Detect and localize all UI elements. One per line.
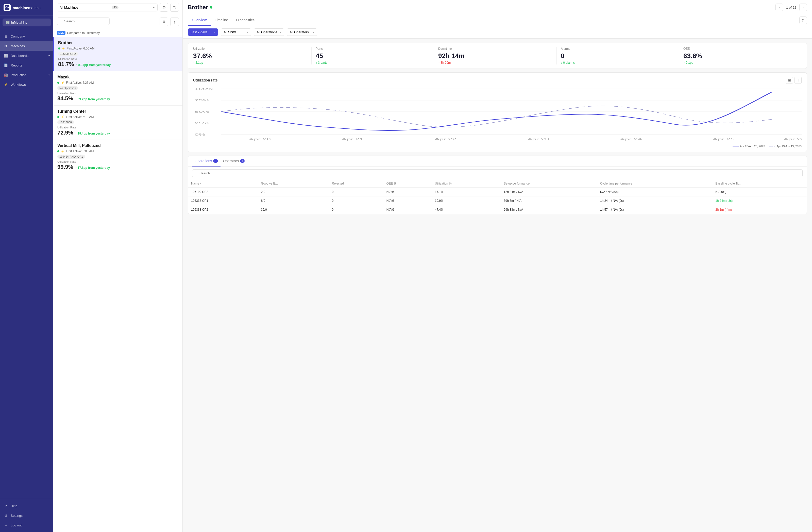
op-name: 106190 OP2 xyxy=(188,188,258,197)
chevron-down-icon: ▾ xyxy=(313,31,315,33)
stat-utilization: Utilization 37.6% ↑ 2.1pp xyxy=(193,47,311,64)
date-range-filter[interactable]: Last 7 days ▾ xyxy=(188,28,218,36)
app-name: machinemetrics xyxy=(13,5,40,10)
sidebar-item-reports[interactable]: 📄 Reports xyxy=(0,60,53,70)
svg-text:Apr 21: Apr 21 xyxy=(342,138,364,141)
tab-diagnostics[interactable]: Diagnostics xyxy=(232,15,259,26)
status-dot xyxy=(57,116,59,118)
machine-panel-header: All Machines 23 ▾ ⚙ ⇅ xyxy=(53,0,183,15)
bottom-tabs: Operations 3 Operators 1 xyxy=(188,156,807,167)
machine-tag: 199424-RNO_OP1 xyxy=(57,155,85,159)
operations-filter[interactable]: All Operations ▾ xyxy=(254,28,284,36)
sidebar-item-company[interactable]: ⊞ Company xyxy=(0,31,53,41)
machine-name: Turning Center xyxy=(57,109,178,114)
shifts-filter[interactable]: All Shifts ▾ xyxy=(221,28,251,36)
table-row[interactable]: 106338 OP1 8/0 0 N/A% 19.9% 39h 6m / N/A… xyxy=(188,197,807,205)
alarms-change: ↓ 0 alarms xyxy=(561,61,675,64)
main-tabs-row: Overview Timeline Diagnostics ⚙ xyxy=(183,15,812,26)
svg-text:Apr 26: Apr 26 xyxy=(783,138,802,141)
sidebar-item-help[interactable]: ? Help xyxy=(0,501,53,511)
machine-card-brother[interactable]: Brother ⚡ First Active: 6:00 AM 106338 O… xyxy=(53,37,183,71)
machine-card-mazak[interactable]: Mazak ⚡ First Active: 6:23 AM No Operati… xyxy=(53,71,183,105)
machine-status-row: ⚡ First Active: 6:00 AM xyxy=(58,47,178,50)
svg-text:75%: 75% xyxy=(194,99,209,102)
op-name: 106338 OP1 xyxy=(188,197,258,205)
chart-table-view-button[interactable]: ⊞ xyxy=(786,77,793,84)
machine-search-input[interactable] xyxy=(57,17,110,25)
chart-more-options-button[interactable]: ⋮ xyxy=(795,77,802,84)
svg-text:100%: 100% xyxy=(194,88,214,90)
overview-settings-button[interactable]: ⚙ xyxy=(799,16,807,24)
production-expand-icon: ▾ xyxy=(48,74,50,76)
col-header-good-vs-exp: Good vs Exp xyxy=(258,180,329,188)
operators-filter[interactable]: All Operators ▾ xyxy=(287,28,317,36)
util-value-row: 72.9% ↑ 19.4pp from yesterday xyxy=(57,129,178,136)
util-label: Utilization Rate xyxy=(58,57,178,60)
filter-button[interactable]: ⚙ xyxy=(160,3,168,12)
col-header-name[interactable]: Name ▾ xyxy=(188,180,258,188)
operations-card: Operations 3 Operators 1 xyxy=(188,156,807,214)
legend-previous: Apr 13-Apr 19, 2023 xyxy=(769,145,802,148)
machine-title-row: Brother xyxy=(188,4,213,11)
filter-icon-button[interactable]: ⧉ xyxy=(160,17,168,26)
machine-card-turning-center[interactable]: Turning Center ⚡ First Active: 6:10 AM 1… xyxy=(53,105,183,140)
chart-title: Utilization rate xyxy=(193,78,217,82)
next-machine-button[interactable]: › xyxy=(799,3,807,11)
sidebar-item-settings[interactable]: ⚙ Settings xyxy=(0,511,53,520)
production-icon: 🏭 xyxy=(3,73,8,77)
col-header-cycle-time: Cycle time performance xyxy=(597,180,712,188)
sidebar-item-machines[interactable]: ⚙ Machines xyxy=(0,41,53,51)
machine-name: Vertical Mill, Palletized xyxy=(57,143,178,148)
util-label: Utilization Rate xyxy=(57,160,178,163)
svg-text:Apr 24: Apr 24 xyxy=(620,138,642,141)
compared-text: Compared to: Yesterday xyxy=(67,31,100,35)
prev-machine-button[interactable]: ‹ xyxy=(775,3,783,11)
sidebar-item-production[interactable]: 🏭 Production ▾ xyxy=(0,70,53,80)
operations-search xyxy=(192,169,802,177)
machine-tag: 10313858 xyxy=(57,120,74,124)
machine-list-panel: All Machines 23 ▾ ⚙ ⇅ ⧉ ↕ LIVE Compared … xyxy=(53,0,183,532)
operations-table-wrap: Name ▾ Good vs Exp Rejected OEE % Utiliz… xyxy=(188,180,807,214)
main-header: Brother ‹ 1 of 22 › xyxy=(183,0,812,15)
op-name: 106338 OP2 xyxy=(188,205,258,214)
table-row[interactable]: 106190 OP2 2/0 0 N/A% 17.1% 12h 34m / N/… xyxy=(188,188,807,197)
sort-icon-button[interactable]: ↕ xyxy=(170,17,179,26)
chart-legend: Apr 20-Apr 26, 2023 Apr 13-Apr 19, 2023 xyxy=(193,145,802,148)
operations-table: Name ▾ Good vs Exp Rejected OEE % Utiliz… xyxy=(188,180,807,214)
table-row[interactable]: 106338 OP2 35/0 0 N/A% 47.4% 69h 33m / N… xyxy=(188,205,807,214)
live-indicator-row: LIVE Compared to: Yesterday xyxy=(53,29,183,37)
all-machines-dropdown[interactable]: All Machines 23 ▾ xyxy=(57,3,158,11)
sort-button[interactable]: ⇅ xyxy=(170,3,179,12)
machine-status-row: ⚡ First Active: 6:10 AM xyxy=(57,115,178,119)
sidebar-item-dashboards[interactable]: 📊 Dashboards ▾ xyxy=(0,51,53,60)
util-value-row: 84.5% ↑ 69.2pp from yesterday xyxy=(57,95,178,102)
sidebar-item-logout[interactable]: ↩ Log out xyxy=(0,520,53,530)
live-badge: LIVE xyxy=(57,31,66,35)
page-indicator: 1 of 22 xyxy=(786,5,796,10)
sidebar-item-workflows[interactable]: ⚡ Workflows xyxy=(0,80,53,89)
chevron-down-icon: ▾ xyxy=(280,31,281,33)
stat-downtime: Downtime 92h 14m ↑ 3h 20m xyxy=(434,47,557,64)
svg-text:25%: 25% xyxy=(194,122,209,125)
machine-status-row: ⚡ First Active: 6:00 AM xyxy=(57,149,178,153)
filters-row: Last 7 days ▾ All Shifts ▾ All Operation… xyxy=(183,26,812,39)
company-button[interactable]: 🏢 InMetal Inc xyxy=(2,18,51,26)
legend-current: Apr 20-Apr 26, 2023 xyxy=(733,145,765,148)
table-header-row: Name ▾ Good vs Exp Rejected OEE % Utiliz… xyxy=(188,180,807,188)
dashboards-expand-icon: ▾ xyxy=(48,54,50,57)
utilization-chart-svg: 100% 75% 50% 25% 0% Apr 20 Apr 21 Apr 22… xyxy=(193,87,802,143)
util-value-row: 81.7% ↑ 81.7pp from yesterday xyxy=(58,61,178,68)
machine-name: Brother xyxy=(58,41,178,45)
machine-card-vertical-mill[interactable]: Vertical Mill, Palletized ⚡ First Active… xyxy=(53,140,183,174)
operations-search-input[interactable] xyxy=(192,169,802,177)
status-dot xyxy=(57,82,59,84)
machine-status-row: ⚡ First Active: 6:23 AM xyxy=(57,81,178,85)
sidebar-nav: ⊞ Company ⚙ Machines 📊 Dashboards ▾ 📄 Re… xyxy=(0,29,53,499)
tab-operations[interactable]: Operations 3 xyxy=(192,156,220,167)
tab-operators[interactable]: Operators 1 xyxy=(220,156,247,167)
tab-overview[interactable]: Overview xyxy=(188,15,211,26)
machine-search-wrap xyxy=(57,17,158,26)
downtime-change: ↑ 3h 20m xyxy=(438,61,552,64)
svg-text:Apr 22: Apr 22 xyxy=(434,138,456,141)
tab-timeline[interactable]: Timeline xyxy=(211,15,232,26)
